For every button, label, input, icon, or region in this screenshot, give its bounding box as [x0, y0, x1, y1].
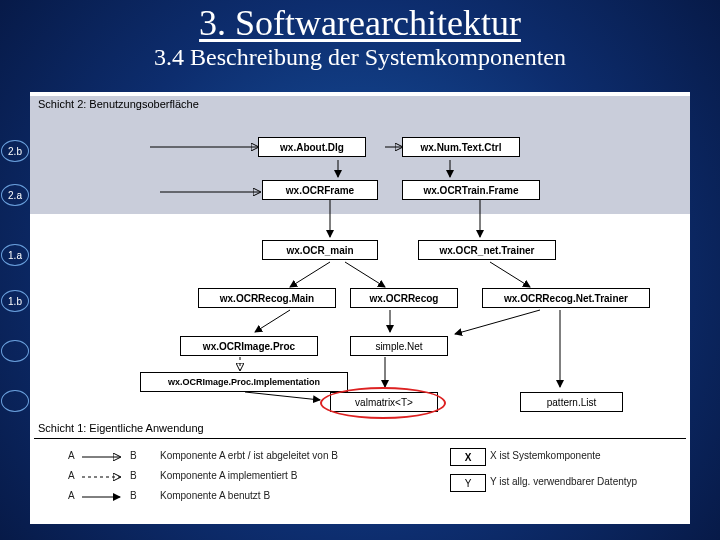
legend-line-c: Komponente A benutzt B [160, 490, 270, 501]
svg-line-8 [345, 262, 385, 287]
divider [34, 438, 686, 439]
tag-circle-empty-1 [1, 340, 29, 362]
tag-circle-1b: 1.b [1, 290, 29, 312]
layer-label-1: Schicht 1: Eigentliche Anwendung [38, 422, 204, 434]
box-nettrainer: wx.OCR_net.Trainer [418, 240, 556, 260]
box-recogmain: wx.OCRRecog.Main [198, 288, 336, 308]
legend-right-x: X ist Systemkomponente [490, 450, 601, 461]
legend-box-y: Y [450, 474, 486, 492]
box-aboutdlg: wx.About.Dlg [258, 137, 366, 157]
legend-b3: B [130, 490, 137, 501]
box-ocrframe: wx.OCRFrame [262, 180, 378, 200]
svg-line-9 [490, 262, 530, 287]
legend-line-b: Komponente A implementiert B [160, 470, 297, 481]
box-numtextctrl: wx.Num.Text.Ctrl [402, 137, 520, 157]
svg-line-16 [245, 392, 320, 400]
legend-box-x: X [450, 448, 486, 466]
box-imageproc: wx.OCRImage.Proc [180, 336, 318, 356]
legend-line-a: Komponente A erbt / ist abgeleitet von B [160, 450, 338, 461]
legend-b1: B [130, 450, 137, 461]
diagram-canvas: Schicht 2: Benutzungsoberfläche Schicht … [30, 92, 690, 524]
tag-circle-empty-2 [1, 390, 29, 412]
page-subtitle: 3.4 Beschreibung der Systemkomponenten [0, 44, 720, 71]
page-title: 3. Softwarearchitektur [0, 0, 720, 44]
svg-line-7 [290, 262, 330, 287]
layer-label-2: Schicht 2: Benutzungsoberfläche [38, 98, 199, 110]
tag-circle-2a: 2.a [1, 184, 29, 206]
box-ocrtrainframe: wx.OCRTrain.Frame [402, 180, 540, 200]
svg-line-10 [255, 310, 290, 332]
svg-line-12 [455, 310, 540, 334]
box-simplenet: simple.Net [350, 336, 448, 356]
box-patternlist: pattern.List [520, 392, 623, 412]
tag-circle-2b: 2.b [1, 140, 29, 162]
box-recognettrainer: wx.OCRRecog.Net.Trainer [482, 288, 650, 308]
tag-circle-1a: 1.a [1, 244, 29, 266]
legend-a2: A [68, 470, 75, 481]
box-recog: wx.OCRRecog [350, 288, 458, 308]
box-imageprocimpl: wx.OCRImage.Proc.Implementation [140, 372, 348, 392]
legend-a1: A [68, 450, 75, 461]
legend-b2: B [130, 470, 137, 481]
legend-a3: A [68, 490, 75, 501]
highlight-ring-valmatrix [320, 387, 446, 419]
box-ocrmain: wx.OCR_main [262, 240, 378, 260]
legend-right-y: Y ist allg. verwendbarer Datentyp [490, 476, 637, 487]
